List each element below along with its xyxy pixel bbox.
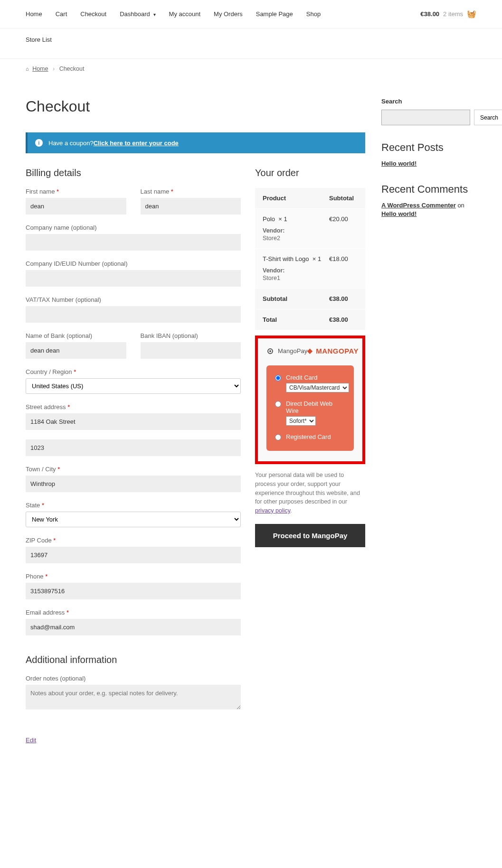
town-input[interactable]	[26, 476, 241, 492]
order-heading: Your order	[255, 168, 365, 178]
zip-input[interactable]	[26, 547, 241, 563]
company-id-label: Company ID/EUID Number (optional)	[26, 260, 241, 267]
first-name-input[interactable]	[26, 198, 126, 215]
comment-post-link[interactable]: Hello world!	[381, 210, 417, 217]
state-label: State *	[26, 502, 241, 509]
company-input[interactable]	[26, 234, 241, 251]
company-id-input[interactable]	[26, 270, 241, 287]
direct-debit-select[interactable]: Sofort*	[286, 416, 316, 426]
order-table: Product Subtotal Polo × 1 €20.00 Vendor:…	[255, 188, 365, 330]
basket-icon: 🧺	[467, 9, 476, 19]
recent-comment: A WordPress Commenter on Hello world!	[381, 201, 476, 218]
phone-label: Phone *	[26, 573, 241, 580]
mangopay-logo-text: MANGOPAY	[316, 347, 359, 355]
sidebar: Search Search Recent Posts Hello world! …	[381, 98, 476, 744]
main: Checkout i Have a coupon? Click here to …	[26, 98, 365, 744]
edit-link[interactable]: Edit	[26, 737, 36, 744]
mini-cart[interactable]: €38.00 2 items 🧺	[420, 9, 476, 19]
nav-checkout[interactable]: Checkout	[80, 4, 106, 24]
nav-my-account[interactable]: My account	[169, 4, 200, 24]
comment-on: on	[456, 202, 464, 209]
breadcrumb-sep: ›	[53, 65, 55, 72]
zip-label: ZIP Code *	[26, 537, 241, 544]
company-label: Company name (optional)	[26, 224, 241, 231]
credit-card-label: Credit Card	[286, 374, 349, 381]
bank-name-label: Name of Bank (optional)	[26, 332, 126, 339]
nav-my-orders[interactable]: My Orders	[214, 4, 243, 24]
last-name-input[interactable]	[141, 198, 241, 215]
privacy-policy-link[interactable]: privacy policy	[255, 507, 290, 514]
payment-box: MangoPay MANGOPAY Credit Card CB/V	[255, 336, 365, 464]
bank-iban-input[interactable]	[141, 342, 241, 359]
info-icon: i	[35, 139, 43, 147]
order-item-name: Polo	[263, 215, 275, 223]
recent-comments-heading: Recent Comments	[381, 183, 476, 196]
vat-input[interactable]	[26, 306, 241, 323]
nav-store-list[interactable]: Store List	[26, 29, 52, 50]
credit-card-radio[interactable]	[275, 375, 281, 381]
payment-method-name: MangoPay	[278, 347, 307, 355]
top-nav-row2: Store List	[0, 28, 502, 59]
last-name-label: Last name *	[141, 188, 241, 195]
chevron-down-icon: ▾	[152, 12, 156, 17]
home-icon: ⌂	[26, 66, 29, 72]
coupon-link[interactable]: Click here to enter your code	[94, 140, 179, 147]
search-heading: Search	[381, 98, 476, 105]
nav-dashboard-label: Dashboard	[120, 10, 150, 18]
street-label: Street address *	[26, 403, 241, 411]
total-value: €38.00	[329, 316, 358, 323]
registered-card-label: Registered Card	[286, 433, 345, 440]
commenter-link[interactable]: A WordPress Commenter	[381, 202, 456, 209]
search-input[interactable]	[381, 110, 470, 125]
mangopay-logo-icon	[307, 348, 314, 355]
credit-card-select[interactable]: CB/Visa/Mastercard	[286, 383, 349, 392]
mangopay-logo: MANGOPAY	[307, 347, 359, 355]
country-select[interactable]: United States (US)	[26, 378, 241, 394]
email-input[interactable]	[26, 619, 241, 635]
cart-item-count: 2 items	[443, 10, 463, 18]
search-button[interactable]: Search	[474, 110, 502, 125]
order-item-name: T-Shirt with Logo	[263, 255, 309, 262]
subtotal-value: €38.00	[329, 295, 358, 302]
payment-method-radio[interactable]	[267, 348, 273, 354]
coupon-notice: i Have a coupon? Click here to enter you…	[26, 132, 365, 153]
billing-column: Billing details First name * Last name *…	[26, 168, 241, 744]
proceed-button[interactable]: Proceed to MangoPay	[255, 524, 365, 547]
payment-options: Credit Card CB/Visa/Mastercard Direct De…	[266, 365, 354, 451]
nav-shop[interactable]: Shop	[306, 4, 321, 24]
vat-label: VAT/TAX Number (optional)	[26, 296, 241, 303]
street2-input[interactable]	[26, 439, 241, 456]
breadcrumb-home[interactable]: Home	[32, 65, 48, 72]
email-label: Email address *	[26, 609, 241, 616]
page-title: Checkout	[26, 98, 365, 115]
order-notes-input[interactable]	[26, 685, 241, 709]
state-select[interactable]: New York	[26, 512, 241, 527]
vendor-name: Store1	[263, 275, 358, 281]
street1-input[interactable]	[26, 413, 241, 430]
order-item-subtotal: €20.00	[329, 215, 358, 223]
town-label: Town / City *	[26, 466, 241, 473]
billing-heading: Billing details	[26, 168, 241, 178]
nav-home[interactable]: Home	[26, 4, 42, 24]
privacy-text: Your personal data will be used to proce…	[255, 471, 365, 515]
phone-input[interactable]	[26, 583, 241, 599]
order-col-product: Product	[263, 195, 329, 202]
order-notes-label: Order notes (optional)	[26, 675, 241, 682]
coupon-text: Have a coupon?	[48, 140, 94, 147]
order-row: Polo × 1 €20.00 Vendor: Store2	[255, 208, 365, 248]
bank-iban-label: Bank IBAN (optional)	[141, 332, 241, 339]
direct-debit-radio[interactable]	[275, 401, 281, 407]
vendor-label: Vendor:	[263, 267, 358, 274]
order-item-subtotal: €18.00	[329, 255, 358, 262]
top-nav: Home Cart Checkout Dashboard ▾ My accoun…	[0, 0, 502, 28]
bank-name-input[interactable]	[26, 342, 126, 359]
order-item-qty: × 1	[278, 215, 287, 223]
recent-post-link[interactable]: Hello world!	[381, 160, 417, 167]
cart-price: €38.00	[420, 10, 439, 18]
nav-dashboard[interactable]: Dashboard ▾	[120, 4, 155, 24]
nav-cart[interactable]: Cart	[56, 4, 67, 24]
breadcrumb-current: Checkout	[59, 65, 85, 72]
registered-card-radio[interactable]	[275, 434, 281, 440]
vendor-name: Store2	[263, 235, 358, 242]
nav-sample-page[interactable]: Sample Page	[256, 4, 293, 24]
